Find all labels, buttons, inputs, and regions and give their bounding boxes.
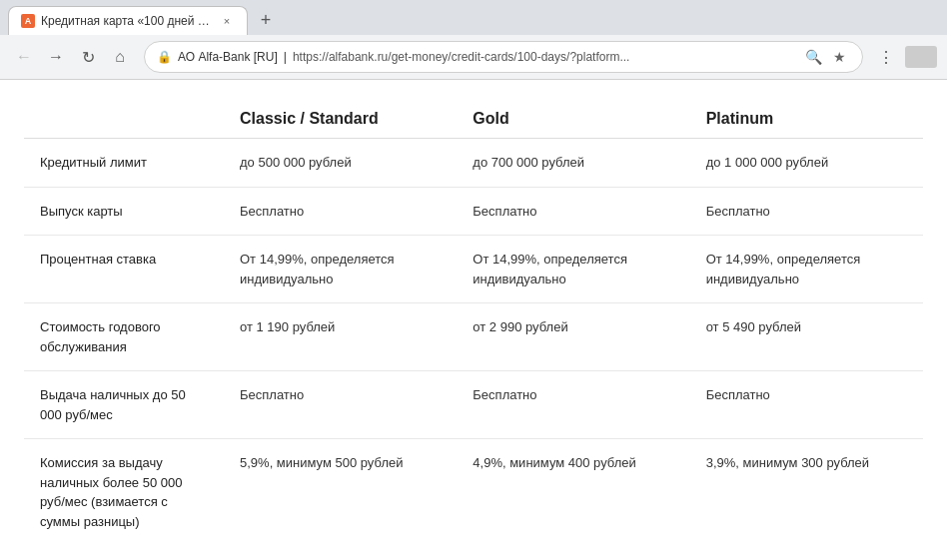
- cell-platinum: от 5 490 рублей: [690, 303, 923, 371]
- lock-icon: 🔒: [157, 50, 172, 64]
- header-feature: [24, 100, 224, 139]
- browser-tab[interactable]: А Кредитная карта «100 дней без... ×: [8, 6, 248, 35]
- search-icon[interactable]: 🔍: [802, 46, 824, 68]
- nav-bar: ← → ↻ ⌂ 🔒 АО Alfa-Bank [RU] | https://al…: [0, 35, 947, 79]
- address-actions: 🔍 ★: [802, 46, 850, 68]
- cell-platinum: От 14,99%, определяется индивидуально: [690, 236, 923, 303]
- table-row: Комиссия за выдачу наличных более 50 000…: [24, 439, 923, 546]
- cell-classic: От 14,99%, определяется индивидуально: [224, 236, 457, 303]
- forward-button[interactable]: →: [42, 43, 70, 71]
- cell-gold: Бесплатно: [457, 187, 689, 236]
- cell-platinum: 3,9%, минимум 300 рублей: [690, 439, 923, 546]
- table-header-row: Classic / Standard Gold Platinum: [24, 100, 923, 139]
- cell-gold: Бесплатно: [457, 371, 689, 439]
- header-platinum: Platinum: [690, 100, 923, 139]
- cell-feature: Выдача наличных до 50 000 руб/мес: [24, 371, 224, 439]
- table-row: Выдача наличных до 50 000 руб/месБесплат…: [24, 371, 923, 439]
- tab-title: Кредитная карта «100 дней без...: [41, 14, 213, 28]
- cell-classic: Бесплатно: [224, 371, 457, 439]
- comparison-table: Classic / Standard Gold Platinum Кредитн…: [24, 100, 923, 545]
- tab-close-button[interactable]: ×: [219, 13, 235, 29]
- browser-chrome: А Кредитная карта «100 дней без... × + ←…: [0, 0, 947, 80]
- table-row: Стоимость годового обслуживанияот 1 190 …: [24, 303, 923, 371]
- cell-feature: Процентная ставка: [24, 236, 224, 303]
- new-tab-button[interactable]: +: [252, 7, 280, 35]
- cell-classic: 5,9%, минимум 500 рублей: [224, 439, 457, 546]
- tab-bar: А Кредитная карта «100 дней без... × +: [0, 0, 947, 35]
- cell-classic: Бесплатно: [224, 187, 457, 236]
- browser-actions: ⋮: [873, 44, 937, 70]
- cell-platinum: Бесплатно: [690, 371, 923, 439]
- url-text: https://alfabank.ru/get-money/credit-car…: [293, 50, 630, 64]
- extensions-button[interactable]: ⋮: [873, 44, 899, 70]
- table-row: Процентная ставкаОт 14,99%, определяется…: [24, 236, 923, 303]
- cell-feature: Выпуск карты: [24, 187, 224, 236]
- header-gold: Gold: [457, 100, 689, 139]
- tab-favicon: А: [21, 14, 35, 28]
- home-button[interactable]: ⌂: [106, 43, 134, 71]
- cell-gold: 4,9%, минимум 400 рублей: [457, 439, 689, 546]
- table-row: Выпуск картыБесплатноБесплатноБесплатно: [24, 187, 923, 236]
- back-button[interactable]: ←: [10, 43, 38, 71]
- cell-classic: до 500 000 рублей: [224, 139, 457, 188]
- bank-name: АО Alfa-Bank [RU]: [178, 50, 278, 64]
- cell-platinum: Бесплатно: [690, 187, 923, 236]
- cell-platinum: до 1 000 000 рублей: [690, 139, 923, 188]
- cell-gold: от 2 990 рублей: [457, 303, 689, 371]
- table-row: Кредитный лимитдо 500 000 рублейдо 700 0…: [24, 139, 923, 188]
- profile-avatar[interactable]: [905, 46, 937, 68]
- star-icon[interactable]: ★: [828, 46, 850, 68]
- cell-feature: Кредитный лимит: [24, 139, 224, 188]
- address-bar[interactable]: 🔒 АО Alfa-Bank [RU] | https://alfabank.r…: [144, 41, 863, 73]
- cell-classic: от 1 190 рублей: [224, 303, 457, 371]
- cell-gold: От 14,99%, определяется индивидуально: [457, 236, 689, 303]
- header-classic: Classic / Standard: [224, 100, 457, 139]
- reload-button[interactable]: ↻: [74, 43, 102, 71]
- address-separator: |: [284, 50, 287, 64]
- main-content: Classic / Standard Gold Platinum Кредитн…: [0, 80, 947, 560]
- cell-feature: Стоимость годового обслуживания: [24, 303, 224, 371]
- cell-gold: до 700 000 рублей: [457, 139, 689, 188]
- cell-feature: Комиссия за выдачу наличных более 50 000…: [24, 439, 224, 546]
